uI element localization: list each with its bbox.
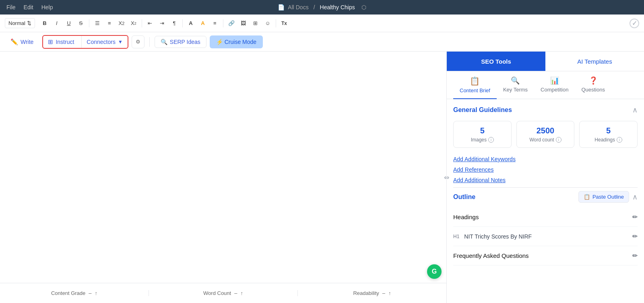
bold-button[interactable]: B xyxy=(39,18,50,29)
serp-ideas-search-icon: 🔍 xyxy=(161,39,167,45)
paste-outline-button[interactable]: 📋 Paste Outline xyxy=(578,191,629,203)
images-info-icon[interactable]: i xyxy=(488,137,494,143)
outline-headings-edit[interactable]: ✏ xyxy=(632,213,638,221)
outline-faq-item: Frequently Asked Questions ✏ xyxy=(453,246,638,266)
grammarly-label: G xyxy=(432,268,437,275)
help-menu[interactable]: Help xyxy=(41,4,53,10)
write-button[interactable]: ✏️ Write xyxy=(5,36,39,48)
divider-5 xyxy=(276,19,276,27)
section-divider xyxy=(453,187,638,188)
edit-menu[interactable]: Edit xyxy=(24,4,33,10)
editor-area: ⇔ G Content Grade – ↑ Word Count – ↑ Rea… xyxy=(0,52,447,303)
outline-h1-tag: H1 xyxy=(453,234,459,239)
key-terms-label: Key Terms xyxy=(503,87,528,93)
format-confirm-button[interactable]: ✓ xyxy=(630,19,639,28)
word-count-up-arrow[interactable]: ↑ xyxy=(240,290,243,296)
competition-icon: 📊 xyxy=(550,76,559,85)
outline-headings-left: Headings xyxy=(453,214,479,220)
panel-header: SEO Tools AI Templates xyxy=(447,52,644,71)
outline-h1-edit[interactable]: ✏ xyxy=(632,232,638,240)
indent-button[interactable]: ⇥ xyxy=(157,18,168,29)
settings-button[interactable]: ⚙ xyxy=(132,35,144,48)
paragraph-style-arrow: ⇅ xyxy=(27,20,31,26)
outline-headings-item: Headings ✏ xyxy=(453,208,638,227)
tab-key-terms[interactable]: 🔍 Key Terms xyxy=(497,71,534,99)
word-count-info-icon[interactable]: i xyxy=(556,137,561,143)
outline-collapse[interactable]: ∧ xyxy=(632,193,638,201)
tab-competition[interactable]: 📊 Competition xyxy=(534,71,575,99)
paragraph-mark-button[interactable]: ¶ xyxy=(169,18,180,29)
general-guidelines-header: General Guidelines ∧ xyxy=(453,106,638,114)
add-keywords-link[interactable]: Add Additional Keywords xyxy=(453,156,638,162)
readability-label: Readability xyxy=(353,290,379,296)
seo-tools-button[interactable]: SEO Tools xyxy=(447,52,545,71)
editor-content[interactable] xyxy=(0,52,446,283)
outdent-button[interactable]: ⇤ xyxy=(144,18,156,29)
headings-info-icon[interactable]: i xyxy=(617,137,622,143)
connectors-button[interactable]: Connectors ▼ xyxy=(81,36,127,48)
right-panel: SEO Tools AI Templates 📋 Content Brief 🔍… xyxy=(447,52,644,303)
panel-tabs: 📋 Content Brief 🔍 Key Terms 📊 Competitio… xyxy=(447,71,644,99)
highlight-button[interactable]: A xyxy=(197,18,208,29)
share-icon[interactable]: ⬡ xyxy=(361,4,366,10)
divider-1 xyxy=(89,19,89,27)
word-count-value: 2500 xyxy=(537,126,555,135)
doc-name: Healthy Chips xyxy=(320,4,355,10)
unordered-list-button[interactable]: ≡ xyxy=(104,18,115,29)
document-title: 📄 All Docs / Healthy Chips ⬡ xyxy=(278,4,366,10)
connectors-label: Connectors xyxy=(87,39,116,45)
cruise-mode-button[interactable]: ⚡ Cruise Mode xyxy=(210,35,263,48)
content-grade-section: Content Grade – ↑ xyxy=(0,290,149,296)
breadcrumb-separator: / xyxy=(314,4,315,10)
superscript-button[interactable]: X2 xyxy=(128,18,139,29)
image-button[interactable]: 🖼 xyxy=(238,18,249,29)
outline-faq-left: Frequently Asked Questions xyxy=(453,252,529,259)
doc-icon: 📄 xyxy=(278,4,285,10)
clear-format-button[interactable]: Tx xyxy=(279,18,290,29)
write-icon: ✏️ xyxy=(10,38,18,46)
instruct-button[interactable]: ⊞ Instruct xyxy=(43,36,79,48)
underline-button[interactable]: U xyxy=(63,18,74,29)
settings-icon: ⚙ xyxy=(136,39,140,45)
tab-content-brief[interactable]: 📋 Content Brief xyxy=(453,71,497,99)
grammarly-badge[interactable]: G xyxy=(427,264,442,279)
outline-faq-edit[interactable]: ✏ xyxy=(632,252,638,259)
emoji-button[interactable]: ☺ xyxy=(262,18,273,29)
serp-ideas-button[interactable]: 🔍 SERP Ideas xyxy=(155,36,206,48)
font-color-button[interactable]: A xyxy=(185,18,196,29)
tab-questions[interactable]: ❓ Questions xyxy=(575,71,611,99)
connectors-dropdown-icon: ▼ xyxy=(118,39,123,45)
action-toolbar: ✏️ Write ⊞ Instruct Connectors ▼ ⚙ 🔍 SER… xyxy=(0,32,644,52)
images-metric: 5 Images i xyxy=(453,121,512,148)
all-docs-link[interactable]: All Docs xyxy=(288,4,308,10)
general-guidelines-collapse[interactable]: ∧ xyxy=(632,106,638,114)
ordered-list-button[interactable]: ☰ xyxy=(92,18,103,29)
table-button[interactable]: ⊞ xyxy=(250,18,261,29)
italic-button[interactable]: I xyxy=(51,18,62,29)
outline-faq-title: Frequently Asked Questions xyxy=(453,252,529,259)
strikethrough-button[interactable]: S xyxy=(75,18,87,29)
add-notes-link[interactable]: Add Additional Notes xyxy=(453,177,638,183)
paragraph-style-label: Normal xyxy=(8,20,25,26)
content-brief-label: Content Brief xyxy=(460,87,490,93)
readability-up-arrow[interactable]: ↑ xyxy=(388,290,391,296)
content-brief-icon: 📋 xyxy=(470,76,480,86)
align-button[interactable]: ≡ xyxy=(209,18,221,29)
outline-h1-text: NIT Trichy Scores By NIRF xyxy=(464,233,532,240)
file-menu[interactable]: File xyxy=(6,4,16,10)
word-count-metric: 2500 Word count i xyxy=(516,121,575,148)
instruct-icon: ⊞ xyxy=(48,38,53,46)
paragraph-style-select[interactable]: Normal ⇅ xyxy=(5,18,35,28)
outline-h1-left: H1 NIT Trichy Scores By NIRF xyxy=(453,233,532,240)
link-button[interactable]: 🔗 xyxy=(226,18,237,29)
outline-title: Outline xyxy=(453,193,475,201)
action-divider xyxy=(149,37,150,47)
subscript-button[interactable]: X2 xyxy=(116,18,127,29)
panel-content: General Guidelines ∧ 5 Images i 2500 Wor… xyxy=(447,99,644,303)
content-grade-up-arrow[interactable]: ↑ xyxy=(95,290,98,296)
images-value: 5 xyxy=(480,126,485,135)
ai-templates-button[interactable]: AI Templates xyxy=(545,52,644,71)
add-references-link[interactable]: Add References xyxy=(453,166,638,173)
paste-outline-label: Paste Outline xyxy=(592,194,624,200)
resize-handle[interactable]: ⇔ xyxy=(444,172,449,182)
